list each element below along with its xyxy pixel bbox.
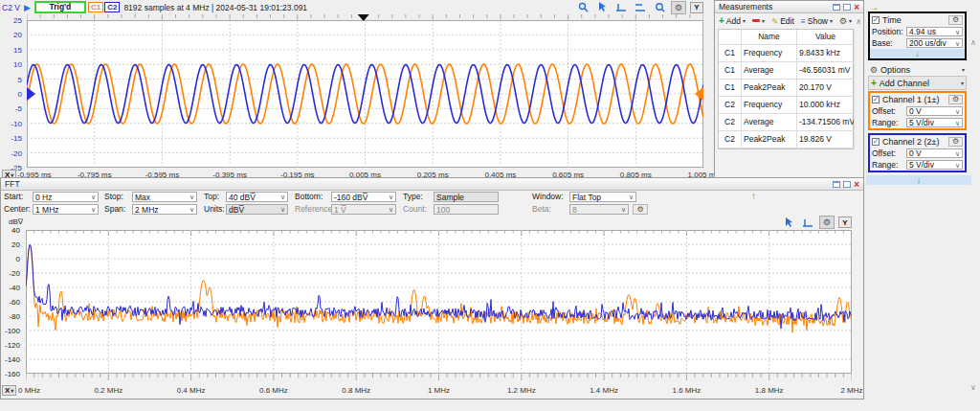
waveforms-app: { "icons": { "play": "▶", "chevron_down"…: [0, 0, 980, 411]
fft-x-tick: 1.8 MHz: [755, 386, 784, 395]
measurements-panel: Measurements × + Add ▾ ▾ ✎ Edit ≡ Show ▾…: [714, 0, 864, 179]
measure-icon[interactable]: [800, 216, 815, 229]
meas-value: -134.71506 mV: [797, 114, 855, 131]
scope-gear-icon[interactable]: ⚙: [671, 1, 686, 14]
meas-name[interactable]: Peak2Peak: [742, 80, 797, 97]
meas-channel[interactable]: C1: [719, 45, 742, 62]
zoom-fit-icon[interactable]: [652, 1, 667, 14]
scope-y-axis-button[interactable]: Y: [690, 2, 703, 13]
meas-channel[interactable]: C2: [719, 131, 742, 148]
fft-y-tick: -120: [5, 341, 20, 350]
time-position-select[interactable]: 4.94 us ∨: [906, 27, 963, 36]
fft-center-label: Center:: [4, 204, 31, 215]
minus-icon: [752, 19, 760, 22]
measurements-titlebar[interactable]: Measurements ×: [715, 1, 863, 13]
meas-name[interactable]: Frequency: [742, 45, 797, 62]
channel2-header[interactable]: ✓ Channel 2 (2±) ⚙: [870, 135, 965, 148]
fft-type-label: Type:: [403, 192, 423, 202]
meas-name[interactable]: Average: [742, 62, 797, 80]
scope-toolbar: C2 V ▶ Trig'd C1 C2 8192 samples at 4 MH…: [0, 1, 703, 13]
fft-span-select[interactable]: 2 MHz∨: [132, 204, 197, 215]
fft-bottom-select[interactable]: -160 dBV̅∨: [331, 192, 396, 202]
fft-window-gear-button[interactable]: ⚙: [633, 204, 648, 215]
fft-plot[interactable]: [26, 230, 852, 383]
meas-channel[interactable]: C2: [719, 114, 742, 131]
measure-y-icon[interactable]: [633, 1, 648, 14]
channel1-gear-icon[interactable]: ⚙: [948, 95, 963, 104]
fft-center-select[interactable]: 1 MHz∨: [33, 204, 99, 215]
table-scroll-up-icon[interactable]: ∧: [856, 17, 861, 26]
meas-channel[interactable]: C1: [719, 80, 742, 97]
scope-y-tick: 20: [13, 31, 22, 39]
fft-y-tick: 20: [11, 240, 20, 249]
maximize-icon[interactable]: [843, 181, 851, 188]
fft-count-field: 100: [434, 204, 499, 215]
meas-channel[interactable]: C1: [719, 62, 742, 80]
channel1-offset-select[interactable]: 0 V ∨: [906, 106, 963, 116]
channel1-offset-row: Offset: 0 V ∨: [870, 105, 965, 117]
channel1-checkbox[interactable]: ✓: [872, 96, 880, 103]
edit-measurement-button[interactable]: ✎ Edit: [769, 16, 796, 26]
meas-value: 9.8433 kHz: [797, 45, 855, 62]
add-measurement-button[interactable]: + Add ▾: [717, 15, 747, 26]
fft-titlebar[interactable]: FFT ×: [1, 178, 863, 191]
chevron-down-icon: ▾: [743, 17, 746, 24]
fft-y-tick: -60: [9, 298, 20, 307]
scope-plot[interactable]: [27, 14, 703, 169]
channel2-gear-icon[interactable]: ⚙: [948, 137, 963, 147]
fft-start-select[interactable]: 0 Hz∨: [33, 192, 99, 202]
restore-icon[interactable]: [833, 181, 840, 188]
channel1-range-select[interactable]: 5 V/div ∨: [906, 118, 963, 127]
fft-x-axis-button[interactable]: X▾: [2, 385, 16, 396]
measure-x-icon[interactable]: [613, 1, 629, 14]
scope-y-tick: 15: [13, 46, 22, 55]
fft-y-tick: -100: [5, 327, 20, 335]
time-base-select[interactable]: 200 us/div ∨: [906, 38, 963, 48]
close-icon[interactable]: ×: [854, 3, 859, 11]
maximize-icon[interactable]: [843, 4, 851, 11]
fft-units-select[interactable]: dBV̅∨: [226, 204, 288, 215]
run-arrow-icon: ▶: [24, 3, 31, 12]
fft-window-select[interactable]: Flat Top∨: [569, 192, 636, 202]
meas-name[interactable]: Average: [742, 114, 797, 131]
channel1-header[interactable]: ✓ Channel 1 (1±) ⚙: [870, 93, 965, 105]
zoom-in-icon[interactable]: [575, 1, 590, 14]
cursor-icon[interactable]: [781, 216, 796, 229]
fft-stop-select[interactable]: Max∨: [132, 192, 197, 202]
fft-top-select[interactable]: 40 dBV̅∨: [226, 192, 288, 202]
meas-value: 19.826 V: [797, 131, 855, 148]
measurements-gear-button[interactable]: ⚙ ▾: [837, 16, 854, 26]
options-row[interactable]: ⚙ Options ▾: [868, 63, 967, 76]
close-icon[interactable]: ×: [854, 180, 859, 189]
show-menu-button[interactable]: ≡ Show ▾: [799, 16, 835, 26]
fft-y-tick: -20: [9, 269, 20, 278]
fft-type-select[interactable]: Sample: [434, 192, 499, 202]
panel-scroll-down-icon[interactable]: ∨: [970, 383, 976, 392]
meas-value: -46.56031 mV: [797, 62, 855, 80]
gear-icon: ⚙: [839, 16, 847, 26]
time-section-header[interactable]: ✓ Time ⚙: [870, 13, 965, 26]
add-channel-button[interactable]: + Add Channel ▾: [868, 76, 967, 90]
channel2-offset-select[interactable]: 0 V ∨: [906, 148, 963, 158]
meas-channel[interactable]: C2: [719, 97, 742, 114]
chevron-down-icon: ∨: [955, 120, 960, 126]
tab-channel2[interactable]: C2: [104, 2, 120, 12]
meas-name[interactable]: Frequency: [742, 97, 797, 114]
cursor-icon[interactable]: [594, 1, 610, 14]
time-checkbox[interactable]: ✓: [872, 16, 880, 24]
restore-icon[interactable]: [833, 4, 840, 11]
fft-title: FFT: [5, 179, 20, 189]
scope-y-tick: -15: [11, 134, 22, 143]
panel-scroll-up-icon[interactable]: ∧: [970, 38, 976, 47]
channel2-checkbox[interactable]: ✓: [872, 138, 880, 146]
tab-channel1[interactable]: C1: [88, 2, 103, 12]
fft-expand-up-icon[interactable]: ↑: [751, 191, 756, 201]
panel-expand-strip[interactable]: ↓: [866, 175, 971, 185]
time-expand-strip[interactable]: ↓: [870, 49, 965, 58]
time-gear-icon[interactable]: ⚙: [948, 15, 963, 25]
remove-measurement-button[interactable]: ▾: [750, 17, 767, 24]
meas-name[interactable]: Peak2Peak: [742, 131, 797, 148]
fft-y-axis-button[interactable]: Y: [838, 217, 852, 228]
channel2-range-select[interactable]: 5 V/div ∨: [906, 160, 963, 170]
fft-gear-icon[interactable]: ⚙: [819, 216, 835, 229]
